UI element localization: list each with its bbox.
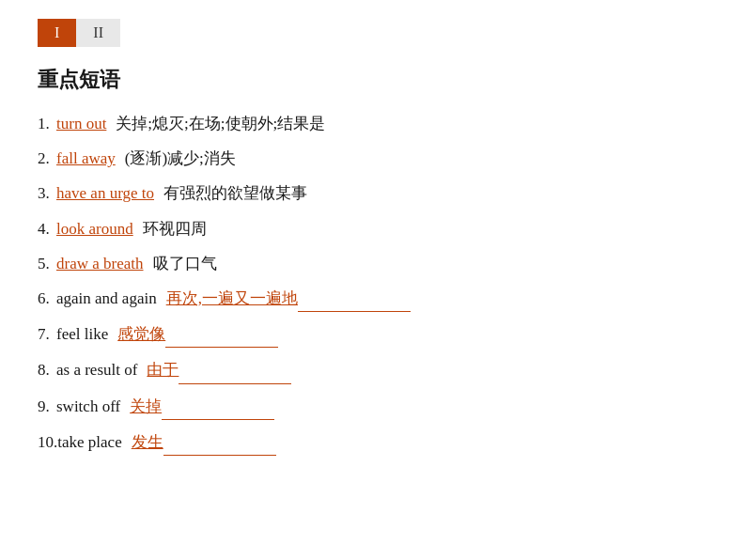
english-phrase: take place (57, 429, 121, 455)
english-phrase: switch off (56, 394, 120, 419)
item-number: 2. (38, 146, 56, 171)
blank-line (162, 394, 274, 420)
answer-text: 感觉像 (117, 321, 165, 347)
blank-line (163, 429, 276, 456)
chinese-meaning: 环视四周 (143, 216, 207, 241)
tab-bar: I II (38, 19, 708, 47)
answer-text: look around (56, 216, 133, 241)
chinese-meaning: 有强烈的欲望做某事 (163, 180, 307, 206)
item-number: 6. (38, 286, 56, 311)
answer-text: draw a breath (56, 251, 144, 276)
list-item: 6. again and again 再次,一遍又一遍地 (38, 286, 708, 312)
item-number: 10. (38, 429, 57, 455)
chinese-meaning: 吸了口气 (153, 251, 217, 276)
list-item: 7. feel like 感觉像 (38, 321, 708, 348)
blank-line (179, 357, 291, 383)
list-item: 5. draw a breath 吸了口气 (38, 251, 708, 276)
item-number: 1. (38, 111, 56, 136)
answer-text: 发生 (132, 429, 163, 455)
item-number: 5. (38, 251, 56, 276)
item-number: 8. (38, 357, 56, 382)
list-item: 8. as a result of 由于 (38, 357, 708, 383)
tab-II[interactable]: II (76, 19, 120, 47)
answer-text: have an urge to (56, 180, 154, 206)
blank-line (298, 286, 411, 312)
list-item: 4. look around 环视四周 (38, 216, 708, 241)
answer-text: 再次,一遍又一遍地 (166, 286, 298, 311)
item-number: 9. (38, 394, 56, 419)
page: I II 重点短语 1. turn out 关掉;熄灭;在场;使朝外;结果是 2… (0, 0, 746, 560)
chinese-meaning: 关掉;熄灭;在场;使朝外;结果是 (116, 111, 325, 136)
answer-text: 由于 (147, 357, 179, 382)
tab-I[interactable]: I (38, 19, 76, 47)
item-number: 3. (38, 180, 56, 206)
english-phrase: again and again (56, 286, 157, 311)
item-number: 4. (38, 216, 56, 241)
blank-line (165, 321, 278, 348)
section-title: 重点短语 (38, 66, 708, 94)
answer-text: fall away (56, 146, 116, 171)
list-item: 10. take place 发生 (38, 429, 708, 456)
english-phrase: feel like (56, 321, 108, 347)
english-phrase: as a result of (56, 357, 137, 382)
answer-text: turn out (56, 111, 106, 136)
phrase-list: 1. turn out 关掉;熄灭;在场;使朝外;结果是 2. fall awa… (38, 111, 708, 456)
list-item: 2. fall away (逐渐)减少;消失 (38, 146, 708, 171)
list-item: 9. switch off 关掉 (38, 394, 708, 420)
list-item: 3. have an urge to 有强烈的欲望做某事 (38, 180, 708, 206)
answer-text: 关掉 (130, 394, 162, 419)
item-number: 7. (38, 321, 56, 347)
list-item: 1. turn out 关掉;熄灭;在场;使朝外;结果是 (38, 111, 708, 136)
chinese-meaning: (逐渐)减少;消失 (125, 146, 236, 171)
